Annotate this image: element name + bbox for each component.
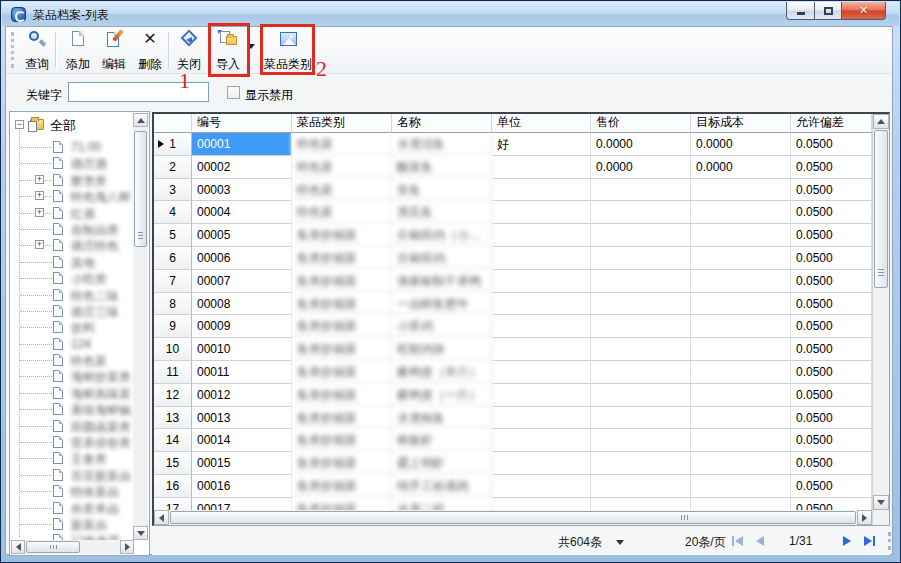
cell-deviation[interactable]: 0.0500 <box>791 247 872 270</box>
cell-deviation[interactable]: 0.0500 <box>791 156 872 179</box>
cell-code[interactable]: 00004 <box>192 201 292 224</box>
cell-cost[interactable] <box>691 179 791 202</box>
cell-code[interactable]: 00002 <box>192 156 292 179</box>
table-row[interactable]: 7 00007 鱼类炒焖菜 渔家秘制干香鸭 0.0500 <box>154 270 872 293</box>
tree-item[interactable]: 特色二味 <box>10 287 134 303</box>
cell-category[interactable]: 鱼类炒焖菜 <box>292 293 392 316</box>
scrollbar-thumb[interactable] <box>874 130 888 288</box>
cell-unit[interactable] <box>492 338 591 361</box>
cell-code[interactable]: 00009 <box>192 315 292 338</box>
cell-cost[interactable] <box>691 201 791 224</box>
prev-page-button[interactable] <box>756 536 764 546</box>
tree-item[interactable]: 蟹堡类 <box>10 172 134 188</box>
cell-unit[interactable] <box>492 315 591 338</box>
cell-deviation[interactable]: 0.0500 <box>791 429 872 452</box>
cell-price[interactable] <box>591 452 691 475</box>
tree-item[interactable]: 特色菜 <box>10 352 134 368</box>
cell-cost[interactable] <box>691 270 791 293</box>
row-number-cell[interactable]: 13 <box>154 407 192 430</box>
cell-cost[interactable]: 0.0000 <box>691 156 791 179</box>
cell-deviation[interactable]: 0.0500 <box>791 384 872 407</box>
cell-name[interactable]: 霸上明虾 <box>392 452 492 475</box>
delete-button[interactable]: ✕ 删除 <box>131 30 169 71</box>
cell-category[interactable]: 特色菜 <box>292 156 392 179</box>
tree-item[interactable]: 营养排骨类 <box>10 434 134 450</box>
scroll-right-button[interactable] <box>120 540 134 554</box>
cell-deviation[interactable]: 0.0500 <box>791 224 872 247</box>
cell-price[interactable] <box>591 429 691 452</box>
cell-deviation[interactable]: 0.0500 <box>791 475 872 498</box>
table-row[interactable]: 5 00005 鱼类炒焖菜 尖椒田鸡（小… 0.0500 <box>154 224 872 247</box>
cell-deviation[interactable]: 0.0500 <box>791 133 872 156</box>
cell-category[interactable]: 特色菜 <box>292 133 392 156</box>
table-row[interactable]: 17 00017 鱼类炒焖菜 水煮二样 0.0500 <box>154 498 872 510</box>
tree-item[interactable]: 外卖单品 <box>10 500 134 516</box>
tree-item[interactable]: 特殊菜品 <box>10 483 134 499</box>
table-row[interactable]: 11 00011 鱼类炒焖菜 酱鸭煲（半只） 0.0500 <box>154 361 872 384</box>
cell-code[interactable]: 00017 <box>192 498 292 510</box>
row-number-cell[interactable]: 6 <box>154 247 192 270</box>
cell-deviation[interactable]: 0.0500 <box>791 361 872 384</box>
cell-name[interactable]: 黑瓜鱼 <box>392 201 492 224</box>
cell-price[interactable] <box>591 315 691 338</box>
table-row[interactable]: 3 00003 特色菜 青鱼 0.0500 <box>154 179 872 202</box>
cell-deviation[interactable]: 0.0500 <box>791 452 872 475</box>
cell-code[interactable]: 00013 <box>192 407 292 430</box>
cell-cost[interactable] <box>691 452 791 475</box>
column-header-unit[interactable]: 单位 <box>492 114 591 133</box>
cell-price[interactable] <box>591 247 691 270</box>
cell-cost[interactable] <box>691 407 791 430</box>
row-number-cell[interactable]: 16 <box>154 475 192 498</box>
tree-item[interactable]: 美味海鲜锅 <box>10 401 134 417</box>
cell-name[interactable]: 水煮二样 <box>392 498 492 510</box>
first-page-button[interactable] <box>732 536 743 546</box>
cell-code[interactable]: 00014 <box>192 429 292 452</box>
cell-code[interactable]: 00003 <box>192 179 292 202</box>
table-vertical-scrollbar[interactable] <box>872 114 889 525</box>
tree-item[interactable]: 德庄三味 <box>10 303 134 319</box>
cell-unit[interactable]: 好 <box>492 133 591 156</box>
cell-code[interactable]: 00015 <box>192 452 292 475</box>
table-row[interactable]: 9 00009 鱼类炒焖菜 小笨鸡 0.0500 <box>154 315 872 338</box>
table-row[interactable]: 4 00004 特色菜 黑瓜鱼 0.0500 <box>154 201 872 224</box>
row-number-cell[interactable]: 14 <box>154 429 192 452</box>
cell-unit[interactable] <box>492 498 591 510</box>
cell-name[interactable]: 水煮活鱼 <box>392 133 492 156</box>
total-dropdown-caret[interactable] <box>616 540 624 545</box>
cell-category[interactable]: 特色菜 <box>292 201 392 224</box>
cell-code[interactable]: 00001 <box>192 133 292 156</box>
minimize-button[interactable] <box>786 2 815 20</box>
scroll-down-button[interactable] <box>133 526 148 540</box>
cell-price[interactable] <box>591 179 691 202</box>
column-header-name[interactable]: 名称 <box>392 114 492 133</box>
cell-price[interactable] <box>591 498 691 510</box>
add-button[interactable]: 添加 <box>59 30 97 71</box>
scroll-left-button[interactable] <box>154 510 169 525</box>
cell-category[interactable]: 鱼类炒焖菜 <box>292 475 392 498</box>
table-horizontal-scrollbar[interactable] <box>154 510 872 525</box>
scroll-right-button[interactable] <box>857 510 872 525</box>
table-row[interactable]: 10 00010 鱼类炒焖菜 旺财鸡块 0.0500 <box>154 338 872 361</box>
column-header-cost[interactable]: 目标成本 <box>691 114 791 133</box>
query-button[interactable]: 查询 <box>17 30 57 71</box>
tree-horizontal-scrollbar[interactable] <box>11 540 134 554</box>
cell-category[interactable]: 鱼类炒焖菜 <box>292 315 392 338</box>
cell-name[interactable]: 尖椒田鸡（小… <box>392 224 492 247</box>
cell-code[interactable]: 00005 <box>192 224 292 247</box>
row-number-cell[interactable]: 11 <box>154 361 192 384</box>
scroll-up-button[interactable] <box>873 114 889 129</box>
cell-code[interactable]: 00010 <box>192 338 292 361</box>
cell-category[interactable]: 鱼类炒焖菜 <box>292 407 392 430</box>
expand-icon[interactable] <box>35 208 44 217</box>
cell-category[interactable]: 鱼类炒焖菜 <box>292 224 392 247</box>
cell-cost[interactable] <box>691 384 791 407</box>
maximize-button[interactable] <box>814 2 842 20</box>
row-number-cell[interactable]: 12 <box>154 384 192 407</box>
tree-vertical-scrollbar[interactable] <box>133 113 148 540</box>
scrollbar-thumb[interactable] <box>26 541 80 553</box>
scrollbar-thumb[interactable] <box>170 511 856 524</box>
table-row[interactable]: 16 00016 鱼类炒焖菜 纯手工粉蒸肉 0.0500 <box>154 475 872 498</box>
total-count-label[interactable]: 共604条 <box>558 534 602 551</box>
close-view-button[interactable]: 关闭 <box>170 30 208 71</box>
cell-unit[interactable] <box>492 224 591 247</box>
